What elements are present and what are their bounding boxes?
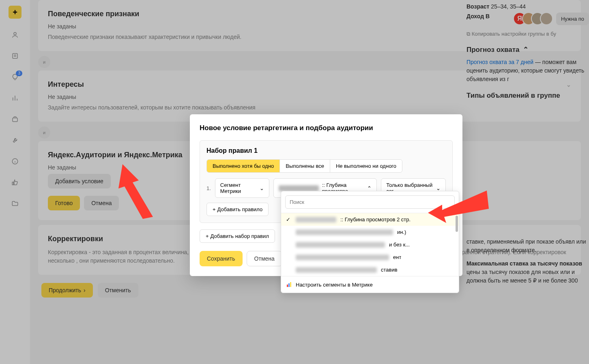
check-icon: ✓ <box>286 216 292 223</box>
rule-mode-segmented: Выполнено хотя бы одно Выполнены все Не … <box>206 159 402 173</box>
ruleset-title: Набор правил 1 <box>206 147 446 154</box>
svg-marker-11 <box>118 164 153 219</box>
rule-number: 1. <box>206 185 211 191</box>
dropdown-item[interactable]: ент <box>281 251 459 263</box>
save-button[interactable]: Сохранить <box>200 251 243 266</box>
dropdown-item[interactable]: и без к... <box>281 238 459 251</box>
plus-icon: + <box>206 233 209 239</box>
svg-rect-9 <box>288 283 290 287</box>
annotation-arrow-2 <box>426 186 491 223</box>
metrica-icon <box>286 281 292 288</box>
modal-title: Новое условие ретаргетинга и подбора ауд… <box>200 124 453 132</box>
svg-marker-12 <box>428 191 489 223</box>
chevron-up-icon: ⌃ <box>367 185 372 191</box>
mode-all-button[interactable]: Выполнены все <box>279 160 330 172</box>
dropdown-item[interactable]: ставив <box>281 263 459 276</box>
modal-cancel-button[interactable]: Отмена <box>247 251 282 266</box>
annotation-arrow-1 <box>114 160 171 225</box>
plus-icon: + <box>213 206 216 212</box>
svg-rect-10 <box>290 282 291 287</box>
add-ruleset-button[interactable]: +Добавить набор правил <box>200 229 275 243</box>
add-rule-button[interactable]: +Добавить правило <box>206 203 269 216</box>
chevron-down-icon: ⌄ <box>260 185 264 191</box>
segment-type-select[interactable]: Сегмент Метрики⌄ <box>215 178 269 198</box>
dropdown-item[interactable]: ин.) <box>281 226 459 238</box>
configure-segments-link[interactable]: Настроить сегменты в Метрике <box>281 276 459 293</box>
mode-any-button[interactable]: Выполнено хотя бы одно <box>207 160 279 172</box>
mode-none-button[interactable]: Не выполнено ни одного <box>330 160 402 172</box>
svg-rect-8 <box>287 285 288 287</box>
